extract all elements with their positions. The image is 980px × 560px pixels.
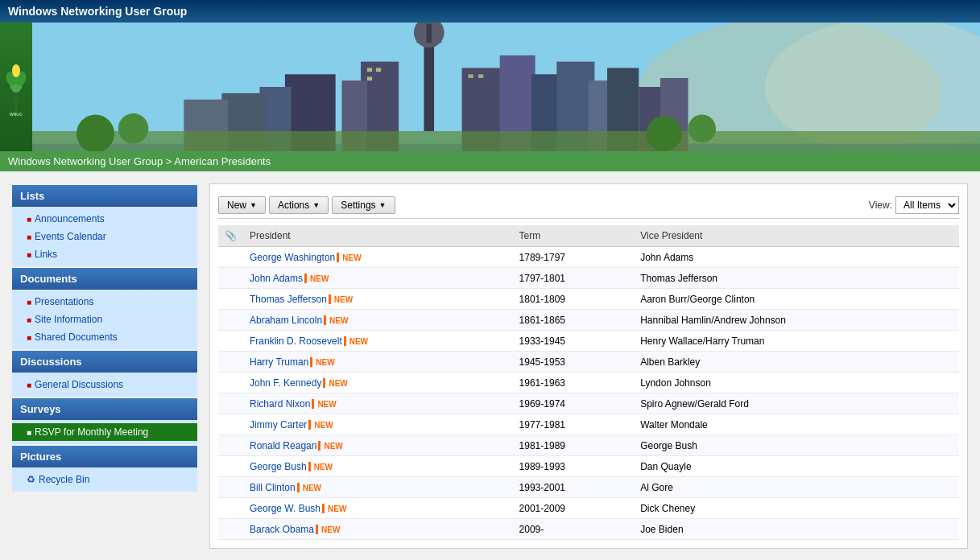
sidebar-item-site-information[interactable]: ■ Site Information <box>12 311 197 328</box>
bullet-icon: ■ <box>27 215 31 224</box>
presidents-table: 📎 President Term Vice President George W… <box>218 225 959 540</box>
cell-vp: Hannibal Hamlin/Andrew Johnson <box>634 310 959 331</box>
cell-vp: Thomas Jefferson <box>634 268 959 289</box>
president-link[interactable]: Ronald Reagan <box>250 440 316 451</box>
col-president[interactable]: President <box>243 225 513 247</box>
new-indicator-icon <box>310 357 312 367</box>
sidebar-item-links[interactable]: ■ Links <box>12 245 197 263</box>
cell-term: 2001-2009 <box>513 498 635 519</box>
cell-president[interactable]: George W. BushNEW <box>243 498 513 519</box>
cell-president[interactable]: Ronald ReaganNEW <box>243 435 513 456</box>
new-badge: NEW <box>324 442 342 451</box>
top-header: Windows Networking User Group <box>0 0 980 23</box>
cell-president[interactable]: George WashingtonNEW <box>243 247 513 268</box>
cell-president[interactable]: John AdamsNEW <box>243 268 513 289</box>
svg-rect-32 <box>478 74 483 78</box>
cell-attach <box>218 247 243 268</box>
new-button[interactable]: New ▼ <box>218 196 266 214</box>
sidebar-item-general-discussions[interactable]: ■ General Discussions <box>12 376 197 393</box>
table-row: George W. BushNEW2001-2009Dick Cheney <box>218 498 959 519</box>
president-link[interactable]: Harry Truman <box>250 356 308 368</box>
cell-president[interactable]: Abraham LincolnNEW <box>243 310 513 331</box>
settings-button[interactable]: Settings ▼ <box>332 196 395 214</box>
svg-rect-13 <box>427 24 432 43</box>
cell-attach <box>218 477 243 498</box>
new-badge: NEW <box>317 400 336 409</box>
cell-president[interactable]: John F. KennedyNEW <box>243 373 513 393</box>
table-row: Abraham LincolnNEW1861-1865Hannibal Haml… <box>218 310 959 331</box>
president-link[interactable]: George Bush <box>250 461 307 472</box>
new-badge: NEW <box>316 358 334 367</box>
president-link[interactable]: Abraham Lincoln <box>250 315 322 326</box>
sidebar-item-presentations[interactable]: ■ Presentations <box>12 293 197 311</box>
sidebar-item-shared-documents[interactable]: ■ Shared Documents <box>12 328 197 346</box>
settings-dropdown-arrow: ▼ <box>379 201 387 209</box>
logo-icon: WNUG <box>3 55 29 119</box>
sidebar-items-surveys: ■ RSVP for Monthly Meeting <box>12 420 197 444</box>
breadcrumb-separator: > <box>163 155 174 167</box>
cell-president[interactable]: Jimmy CarterNEW <box>243 414 513 435</box>
svg-rect-30 <box>367 76 372 80</box>
table-row: John AdamsNEW1797-1801Thomas Jefferson <box>218 268 959 289</box>
new-indicator-icon <box>316 525 318 534</box>
bullet-icon: ■ <box>27 333 31 342</box>
cell-term: 1789-1797 <box>513 247 635 268</box>
cell-vp: John Adams <box>634 247 959 268</box>
svg-text:WNUG: WNUG <box>10 112 23 117</box>
cell-term: 1977-1981 <box>513 414 635 435</box>
sidebar-item-recycle-bin[interactable]: ♻ Recycle Bin <box>12 471 197 488</box>
president-link[interactable]: John Adams <box>250 273 303 284</box>
table-row: Richard NixonNEW1969-1974Spiro Agnew/Ger… <box>218 393 959 414</box>
breadcrumb-bar: Windows Networking User Group > American… <box>0 151 980 171</box>
new-indicator-icon <box>329 294 331 304</box>
col-vp[interactable]: Vice President <box>634 225 959 247</box>
cell-president[interactable]: Richard NixonNEW <box>243 393 513 414</box>
table-row: John F. KennedyNEW1961-1963Lyndon Johnso… <box>218 373 959 393</box>
sidebar-items-lists: ■ Announcements ■ Events Calendar ■ Link… <box>12 207 197 266</box>
cell-vp: Alben Barkley <box>634 352 959 373</box>
cell-term: 1981-1989 <box>513 435 635 456</box>
cell-attach <box>218 414 243 435</box>
cell-attach <box>218 352 243 373</box>
sidebar-item-events-calendar[interactable]: ■ Events Calendar <box>12 228 197 245</box>
sidebar-item-rsvp[interactable]: ■ RSVP for Monthly Meeting <box>12 423 197 441</box>
cell-vp: Lyndon Johnson <box>634 373 959 393</box>
president-link[interactable]: Richard Nixon <box>250 398 310 410</box>
cell-vp: Dan Quayle <box>634 456 959 477</box>
president-link[interactable]: George Washington <box>250 252 335 263</box>
cell-president[interactable]: Harry TrumanNEW <box>243 352 513 373</box>
sidebar-item-announcements[interactable]: ■ Announcements <box>12 210 197 228</box>
content-area: New ▼ Actions ▼ Settings ▼ View: All Ite… <box>209 183 968 549</box>
president-link[interactable]: Jimmy Carter <box>250 419 307 430</box>
president-link[interactable]: Barack Obama <box>250 524 314 535</box>
cell-president[interactable]: Franklin D. RooseveltNEW <box>243 331 513 352</box>
cell-term: 1945-1953 <box>513 352 635 373</box>
bullet-icon: ■ <box>27 315 31 324</box>
cell-vp: Joe Biden <box>634 519 959 540</box>
view-select[interactable]: All Items <box>895 196 959 214</box>
cell-attach <box>218 435 243 456</box>
cell-president[interactable]: Bill ClintonNEW <box>243 477 513 498</box>
cell-president[interactable]: Barack ObamaNEW <box>243 519 513 540</box>
president-link[interactable]: Thomas Jefferson <box>250 294 327 305</box>
cell-president[interactable]: Thomas JeffersonNEW <box>243 289 513 310</box>
main-content: Lists ■ Announcements ■ Events Calendar … <box>0 171 980 560</box>
new-badge: NEW <box>303 484 321 492</box>
president-link[interactable]: Franklin D. Roosevelt <box>250 336 342 347</box>
president-link[interactable]: John F. Kennedy <box>250 377 321 389</box>
col-term[interactable]: Term <box>513 225 635 247</box>
cell-president[interactable]: George BushNEW <box>243 456 513 477</box>
cell-term: 2009- <box>513 519 635 540</box>
settings-label: Settings <box>341 200 375 211</box>
cell-vp: Henry Wallace/Harry Truman <box>634 331 959 352</box>
new-indicator-icon <box>318 441 320 451</box>
svg-point-4 <box>12 64 20 77</box>
actions-button[interactable]: Actions ▼ <box>269 196 329 214</box>
president-link[interactable]: Bill Clinton <box>250 482 296 493</box>
president-link[interactable]: George W. Bush <box>250 503 320 514</box>
new-indicator-icon <box>308 420 311 430</box>
svg-rect-28 <box>367 68 372 72</box>
banner-area: WNUG <box>0 23 980 151</box>
table-row: Jimmy CarterNEW1977-1981Walter Mondale <box>218 414 959 435</box>
breadcrumb-site[interactable]: Windows Networking User Group <box>8 155 163 167</box>
